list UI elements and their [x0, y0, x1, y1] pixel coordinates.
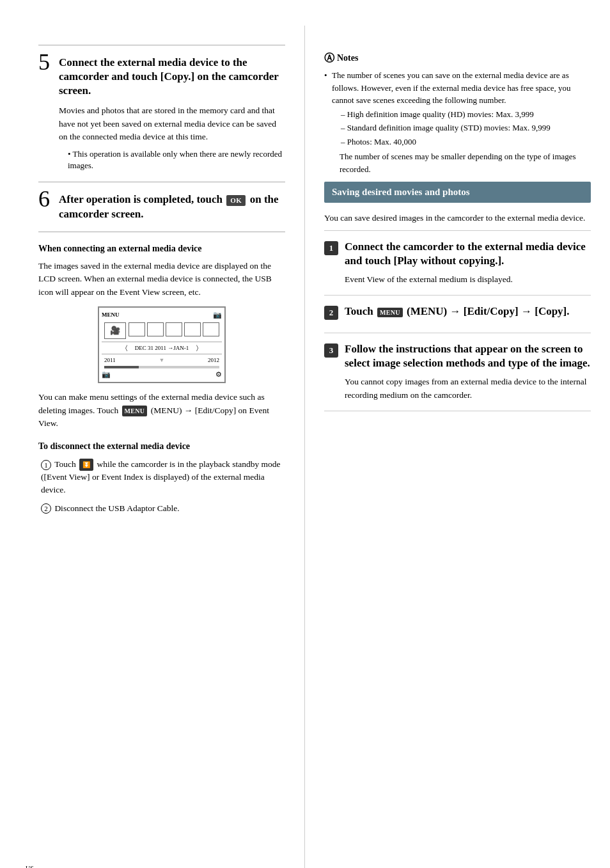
disconnect-heading: To disconnect the external media device	[38, 440, 285, 453]
step-r2-title: Touch MENU (MENU) → [Edit/Copy] → [Copy]…	[345, 304, 591, 319]
lcd-thumb-5	[203, 322, 219, 336]
lcd-year-row: 2011 ▼ 2012	[102, 356, 222, 365]
lcd-thumb-4	[184, 322, 201, 336]
circle-2: 2	[41, 503, 51, 514]
lcd-bottom-bar: 📷 ⚙	[102, 370, 222, 379]
lcd-date: 〈 DEC 31 2011 →JAN-1 〉	[102, 342, 222, 354]
lcd-film-icon: 🎥	[104, 322, 126, 339]
lcd-thumb-3	[166, 322, 182, 336]
lcd-timeline	[104, 366, 219, 368]
page-region: US	[26, 864, 34, 868]
step-r1-detail: Event View of the external medium is dis…	[345, 273, 591, 286]
note-sub-hd: High definition image quality (HD) movie…	[341, 108, 591, 121]
section-banner: Saving desired movies and photos	[324, 182, 591, 203]
circle-1: 1	[41, 460, 51, 470]
lcd-thumb-2	[147, 322, 164, 336]
step-6-title: After operation is completed, touch OK o…	[59, 193, 285, 221]
note-sub-std: Standard definition image quality (STD) …	[341, 122, 591, 134]
step-5-body: Movies and photos that are stored in the…	[59, 104, 285, 143]
lcd-thumb-1	[129, 322, 145, 336]
menu-button-inline: MENU	[122, 406, 148, 416]
note-sub-photos: Photos: Max. 40,000	[341, 136, 591, 148]
disconnect-step1: 1 Touch ⏬ while the camcorder is in the …	[41, 458, 285, 497]
when-connecting-body2: You can make menu settings of the extern…	[38, 391, 285, 430]
step-5-number: 5	[38, 51, 50, 74]
step-r1-title: Connect the camcorder to the external me…	[345, 240, 591, 268]
step-r2-block: 2 Touch MENU (MENU) → [Edit/Copy] → [Cop…	[324, 296, 591, 333]
step-r2-body: Touch MENU (MENU) → [Edit/Copy] → [Copy]…	[345, 304, 591, 324]
disconnect-step2: 2 Disconnect the USB Adaptor Cable.	[41, 502, 285, 515]
step-r2-number: 2	[324, 306, 338, 320]
when-connecting-body1: The images saved in the external media d…	[38, 260, 285, 299]
step-r3-number: 3	[324, 343, 338, 358]
step-r3-title: Follow the instructions that appear on t…	[345, 342, 591, 370]
notes-header: Ⓐ Notes	[324, 51, 591, 65]
note-item-1: The number of scenes you can save on the…	[324, 69, 591, 175]
step-r1-body: Connect the camcorder to the external me…	[345, 240, 591, 286]
step-r3-block: 3 Follow the instructions that appear on…	[324, 333, 591, 411]
step-5-bullet: This operation is available only when th…	[68, 148, 285, 171]
step-r1-block: 1 Connect the camcorder to the external …	[324, 230, 591, 296]
usb-eject-icon: ⏬	[79, 459, 93, 471]
ok-button: OK	[226, 195, 246, 205]
when-connecting-heading: When connecting an external media device	[38, 242, 285, 255]
lcd-screen-image: MENU 📷 🎥 〈 DEC 31 2011 →JAN-1 〉	[98, 306, 226, 383]
note-plain-scenes: The number of scenes may be smaller depe…	[340, 150, 591, 175]
step-r3-detail: You cannot copy images from an external …	[345, 375, 591, 402]
menu-btn-step2: MENU	[377, 308, 403, 317]
step-r3-body: Follow the instructions that appear on t…	[345, 342, 591, 402]
step-5-title: Connect the external media device to the…	[59, 56, 285, 98]
section-intro: You can save desired images in the camco…	[324, 212, 591, 225]
step-r1-number: 1	[324, 241, 338, 255]
notes-icon: Ⓐ	[324, 51, 334, 65]
steps-list: 1 Connect the camcorder to the external …	[324, 230, 591, 411]
notes-section: Ⓐ Notes The number of scenes you can sav…	[324, 51, 591, 175]
step-6-number: 6	[38, 187, 50, 210]
